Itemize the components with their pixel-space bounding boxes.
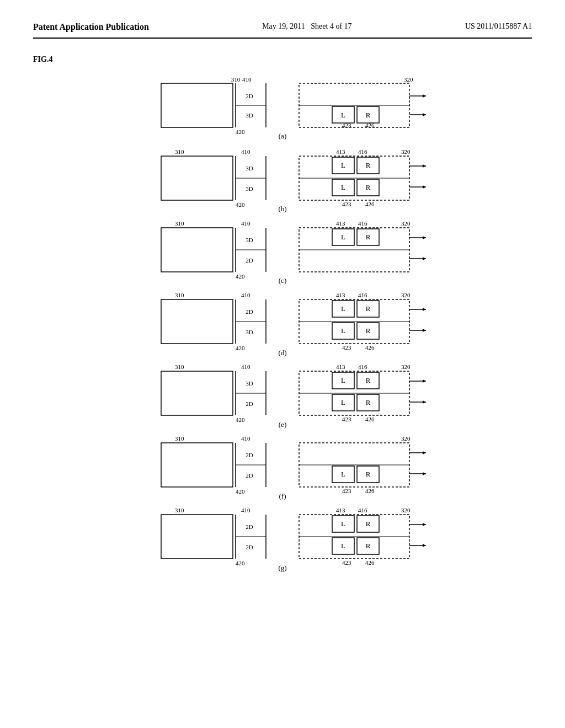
ref-310-e: 310 [175,363,184,370]
L-c1: L [341,233,345,241]
ref-420-e: 420 [236,416,245,423]
svg-rect-52 [161,371,233,415]
caption-d: (d) [278,349,286,357]
ref-320-f: 320 [401,435,411,442]
svg-rect-66 [161,443,233,487]
svg-rect-26 [161,228,233,272]
L-e1: L [341,376,345,384]
svg-marker-63 [423,379,426,383]
svg-marker-75 [423,451,426,454]
main-diagram: 310 2D 3D 410 420 320 L R [128,72,437,718]
ref-310-d: 310 [175,292,184,298]
L-d1: L [341,304,345,313]
ref-423-e: 423 [342,416,351,422]
header-sheet: Sheet 4 of 17 [311,22,351,30]
ref-320-a: 320 [404,76,413,83]
ref-310-f: 310 [175,435,184,442]
header-date: May 19, 2011 [262,22,305,30]
header-center: May 19, 2011 Sheet 4 of 17 [262,22,351,31]
ref-426-e: 426 [365,416,375,422]
ref-423-a: 423 [342,122,351,129]
label-2d-a1: 2D [246,93,253,99]
header-left: Patent Application Publication [33,22,149,32]
label-3d-b2: 3D [246,185,253,192]
ref-416-g: 416 [358,507,367,513]
page: Patent Application Publication May 19, 2… [0,0,565,728]
caption-a: (a) [279,132,286,140]
ref-416-b: 416 [358,148,367,155]
svg-marker-77 [423,472,426,475]
ref-320-c: 320 [401,220,411,227]
ref-310-a: 310 [231,76,241,83]
ref-413-e: 413 [336,363,345,370]
ref-320-g: 320 [401,507,411,513]
svg-rect-12 [161,156,233,200]
ref-426-f: 426 [365,488,375,494]
ref-423-f: 423 [342,488,351,494]
label-2d-e2: 2D [246,400,253,407]
R-d1: R [366,304,371,313]
ref-423-b: 423 [342,201,351,207]
figure-label: FIG.4 [33,55,532,64]
R-c1: R [366,233,371,241]
L-b2: L [341,183,345,191]
ref-413-c: 413 [336,220,345,227]
ref-410-b: 410 [241,148,250,155]
R-b2: R [366,183,371,191]
svg-marker-51 [423,329,426,332]
caption-g: (g) [278,564,286,572]
label-2d-g1: 2D [246,523,253,530]
svg-marker-9 [423,94,426,98]
ref-413-d: 413 [336,292,345,298]
svg-marker-23 [423,164,426,168]
L-b1: L [341,161,345,169]
R-e1: R [366,376,371,384]
header-right: US 2011/0115887 A1 [465,22,532,31]
ref-410-a: 410 [242,76,252,83]
label-3d-a2: 3D [246,112,253,119]
caption-b: (b) [278,205,286,213]
R-a: R [366,111,371,119]
ref-420-d: 420 [236,345,245,351]
svg-rect-38 [161,299,233,344]
svg-marker-91 [423,544,426,547]
ref-426-g: 426 [365,559,375,566]
ref-410-e: 410 [241,363,250,370]
label-2d-c2: 2D [246,257,253,264]
diagram-container: 310 2D 3D 410 420 320 L R [33,72,532,718]
svg-marker-65 [423,400,426,404]
header: Patent Application Publication May 19, 2… [33,22,532,39]
R-g1: R [366,520,371,528]
ref-420-f: 420 [236,488,245,495]
svg-rect-0 [161,83,233,127]
svg-marker-37 [423,257,426,260]
label-2d-f2: 2D [246,472,253,479]
L-g1: L [341,520,345,528]
label-2d-f1: 2D [246,452,253,458]
label-3d-d2: 3D [246,329,253,335]
ref-426-d: 426 [365,344,375,351]
R-d2: R [366,326,371,335]
ref-423-g: 423 [342,559,351,566]
ref-310-c: 310 [175,220,184,227]
R-e2: R [366,398,371,406]
R-b1: R [366,161,371,169]
ref-410-c: 410 [241,220,250,227]
ref-416-e: 416 [358,363,367,370]
ref-416-d: 416 [358,292,367,298]
label-3d-e1: 3D [246,380,253,387]
L-a: L [341,111,345,119]
R-g2: R [366,542,371,550]
svg-marker-25 [423,185,426,189]
svg-marker-89 [423,523,426,526]
label-3d-b1: 3D [246,165,253,172]
L-d2: L [341,326,345,335]
caption-c: (c) [279,276,286,285]
ref-420-a: 420 [236,129,245,135]
ref-420-b: 420 [236,201,245,208]
ref-310-b: 310 [175,148,184,155]
ref-416-c: 416 [358,220,367,227]
ref-410-g: 410 [241,507,250,513]
ref-413-b: 413 [336,148,345,155]
ref-320-d: 320 [401,292,411,298]
